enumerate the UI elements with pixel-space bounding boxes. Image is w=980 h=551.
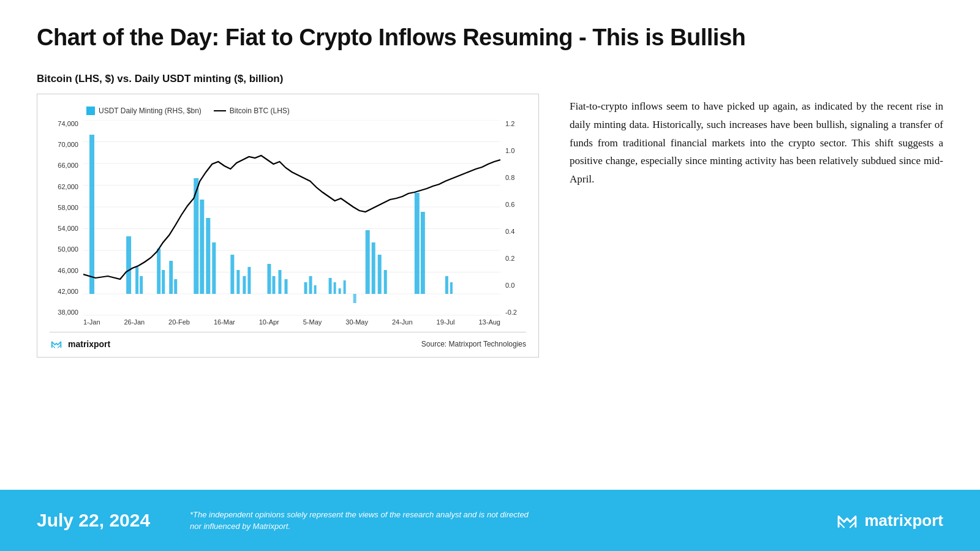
svg-rect-32 (314, 285, 317, 294)
svg-rect-40 (384, 270, 387, 294)
text-section: Fiat-to-crypto inflows seem to have pick… (570, 73, 943, 189)
svg-rect-44 (450, 282, 453, 294)
svg-rect-28 (278, 270, 281, 294)
chart-subtitle: Bitcoin (LHS, $) vs. Daily USDT minting … (37, 73, 539, 85)
matrixport-name-chart: matrixport (68, 339, 110, 349)
svg-rect-12 (135, 267, 138, 294)
chart-container: USDT Daily Minting (RHS, $bn) Bitcoin BT… (37, 94, 539, 358)
chart-source: Source: Matrixport Technologies (421, 340, 526, 348)
content-area: Bitcoin (LHS, $) vs. Daily USDT minting … (37, 73, 943, 358)
svg-rect-43 (445, 276, 448, 294)
legend-line-label: Bitcoin BTC (LHS) (230, 107, 290, 115)
svg-rect-19 (200, 200, 204, 294)
matrixport-logo-icon-bottom (50, 337, 63, 351)
chart-footer: matrixport Source: Matrixport Technologi… (50, 332, 526, 351)
svg-rect-17 (174, 279, 177, 294)
svg-rect-34 (334, 282, 336, 294)
legend-line: Bitcoin BTC (LHS) (214, 107, 290, 115)
disclaimer-line1: *The independent opinions solely represe… (190, 510, 529, 519)
chart-inner (83, 120, 500, 316)
svg-rect-37 (366, 230, 370, 294)
svg-rect-45 (353, 294, 356, 303)
svg-rect-21 (212, 242, 216, 294)
footer-logo-icon (836, 509, 858, 531)
page-title: Chart of the Day: Fiat to Crypto Inflows… (37, 24, 943, 51)
chart-svg (83, 120, 500, 316)
svg-rect-31 (309, 276, 312, 294)
main-content: Chart of the Day: Fiat to Crypto Inflows… (0, 0, 980, 490)
footer-bar: July 22, 2024 *The independent opinions … (0, 490, 980, 551)
legend-black-line (214, 110, 226, 111)
chart-section: Bitcoin (LHS, $) vs. Daily USDT minting … (37, 73, 539, 358)
svg-rect-35 (339, 288, 341, 294)
chart-legend: USDT Daily Minting (RHS, $bn) Bitcoin BT… (86, 107, 526, 115)
footer-logo-text: matrixport (864, 511, 943, 530)
y-axis-left: 74,000 70,000 66,000 62,000 58,000 54,00… (50, 120, 83, 316)
chart-body: 74,000 70,000 66,000 62,000 58,000 54,00… (50, 120, 526, 316)
svg-rect-24 (243, 276, 246, 294)
disclaimer-line2: nor influenced by Matrixport. (190, 522, 290, 531)
svg-rect-27 (272, 276, 275, 294)
svg-rect-29 (284, 279, 287, 294)
svg-rect-36 (344, 280, 346, 294)
svg-rect-22 (230, 255, 234, 294)
svg-rect-10 (89, 135, 94, 294)
svg-rect-15 (162, 270, 165, 294)
legend-bar: USDT Daily Minting (RHS, $bn) (86, 107, 202, 115)
svg-rect-14 (157, 249, 160, 294)
svg-rect-41 (415, 193, 420, 294)
analysis-text: Fiat-to-crypto inflows seem to have pick… (570, 97, 943, 189)
svg-rect-20 (206, 218, 210, 294)
footer-disclaimer: *The independent opinions solely represe… (184, 509, 836, 533)
matrixport-logo-bottom: matrixport (50, 337, 110, 351)
svg-rect-30 (304, 282, 307, 294)
legend-blue-box (86, 107, 95, 115)
svg-rect-26 (267, 264, 271, 294)
svg-rect-23 (236, 270, 239, 294)
svg-rect-42 (421, 212, 425, 294)
svg-rect-39 (378, 255, 382, 294)
svg-rect-38 (372, 242, 375, 294)
svg-rect-25 (247, 267, 251, 294)
x-axis-labels: 1-Jan 26-Jan 20-Feb 16-Mar 10-Apr 5-May … (83, 318, 500, 326)
svg-rect-11 (126, 236, 131, 294)
svg-rect-13 (140, 276, 143, 294)
y-axis-right: 1.2 1.0 0.8 0.6 0.4 0.2 0.0 -0.2 (500, 120, 526, 316)
footer-logo: matrixport (836, 509, 943, 531)
svg-rect-33 (329, 278, 332, 294)
legend-bar-label: USDT Daily Minting (RHS, $bn) (99, 107, 202, 115)
footer-date: July 22, 2024 (37, 510, 184, 531)
svg-rect-16 (169, 261, 173, 294)
